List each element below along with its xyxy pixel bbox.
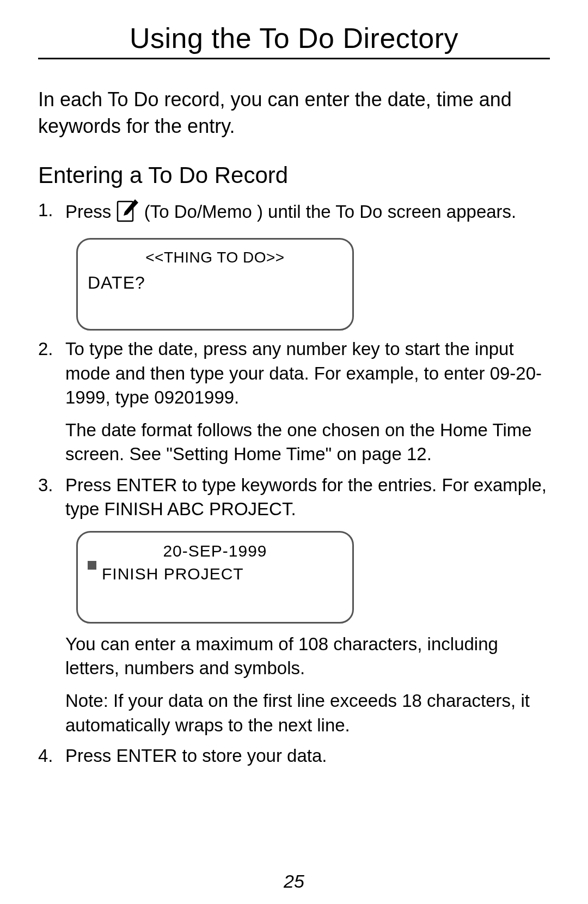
- todo-memo-button-label: To Do/Memo: [150, 201, 252, 222]
- step-1-button-open: (: [144, 201, 150, 222]
- page-title: Using the To Do Directory: [38, 22, 550, 59]
- step-1: Press (To Do/Memo ) until the To Do scre…: [38, 198, 550, 331]
- step-1-button-close: ): [252, 201, 263, 222]
- step-4-text: Press ENTER to store your data.: [65, 744, 550, 768]
- lcd-screen-2: 20-SEP-1999 FINISH PROJECT: [76, 531, 354, 624]
- intro-paragraph: In each To Do record, you can enter the …: [38, 87, 550, 139]
- step-4: Press ENTER to store your data.: [38, 744, 550, 768]
- step-2: To type the date, press any number key t…: [38, 337, 550, 466]
- step-3-sub-2: Note: If your data on the first line exc…: [65, 689, 550, 737]
- memo-pencil-icon: [117, 198, 139, 228]
- steps-list: Press (To Do/Memo ) until the To Do scre…: [38, 198, 550, 768]
- lcd1-line-1: DATE?: [88, 271, 342, 295]
- lcd2-header: 20-SEP-1999: [88, 540, 342, 562]
- manual-page: Using the To Do Directory In each To Do …: [0, 0, 588, 904]
- page-number: 25: [0, 871, 588, 892]
- step-2-text: To type the date, press any number key t…: [65, 337, 550, 410]
- step-1-pre: Press: [65, 201, 117, 222]
- lcd1-header: <<THING TO DO>>: [88, 247, 342, 268]
- step-3: Press ENTER to type keywords for the ent…: [38, 473, 550, 737]
- step-2-note: The date format follows the one chosen o…: [65, 418, 550, 466]
- cursor-block-icon: [88, 561, 96, 570]
- step-3-text: Press ENTER to type keywords for the ent…: [65, 473, 550, 521]
- lcd2-line-1: FINISH PROJECT: [102, 563, 244, 585]
- section-heading: Entering a To Do Record: [38, 162, 550, 188]
- step-3-sub-1: You can enter a maximum of 108 character…: [65, 632, 550, 680]
- step-1-post: until the To Do screen appears.: [268, 201, 516, 222]
- lcd-screen-1: <<THING TO DO>> DATE?: [76, 238, 354, 331]
